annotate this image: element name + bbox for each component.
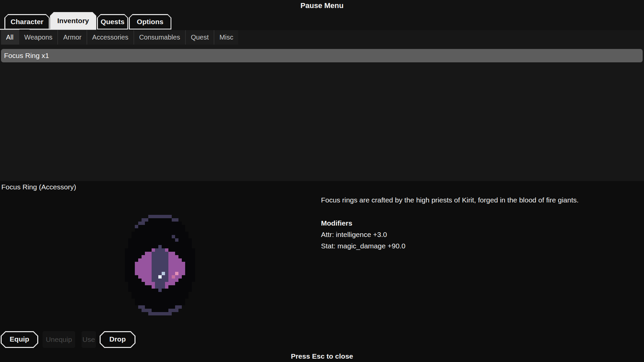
tab-options[interactable]: Options <box>129 14 171 29</box>
tab-label: Character <box>4 14 50 29</box>
button-label: Equip <box>1 331 38 348</box>
tab-label: Inventory <box>50 12 96 30</box>
subtab-consumables[interactable]: Consumables <box>134 30 185 45</box>
tab-label: Options <box>129 14 171 29</box>
equip-button[interactable]: Equip <box>1 331 38 348</box>
item-description: Focus rings are crafted by the high prie… <box>321 194 620 206</box>
modifier-stat: Stat: magic_damage +90.0 <box>321 240 620 252</box>
pause-menu-screen: Pause Menu Character Inventory Quests Op… <box>0 0 644 362</box>
subtab-armor[interactable]: Armor <box>58 30 86 45</box>
subtab-misc[interactable]: Misc <box>214 30 238 45</box>
button-label: Drop <box>100 331 136 348</box>
pause-menu-title: Pause Menu <box>0 1 644 10</box>
unequip-button-disabled: Unequip <box>43 331 75 348</box>
tab-inventory[interactable]: Inventory <box>50 12 96 30</box>
item-info-column: Focus rings are crafted by the high prie… <box>321 194 620 252</box>
item-detail-title: Focus Ring (Accessory) <box>1 183 76 191</box>
tab-label: Quests <box>97 14 128 29</box>
subtab-quest[interactable]: Quest <box>186 30 214 45</box>
category-subtabs: All Weapons Armor Accessories Consumable… <box>1 30 238 45</box>
tab-character[interactable]: Character <box>4 14 50 29</box>
modifier-attr: Attr: intelligence +3.0 <box>321 229 620 240</box>
modifiers-heading: Modifiers <box>321 218 620 229</box>
item-image <box>125 215 195 315</box>
subtab-weapons[interactable]: Weapons <box>19 30 57 45</box>
drop-button[interactable]: Drop <box>100 331 136 348</box>
use-button-disabled: Use <box>82 331 96 348</box>
escape-hint: Press Esc to close <box>0 352 644 360</box>
inventory-item-row-selected[interactable]: Focus Ring x1 <box>1 49 643 62</box>
subtab-accessories[interactable]: Accessories <box>87 30 133 45</box>
subtab-all[interactable]: All <box>1 30 18 45</box>
tab-quests[interactable]: Quests <box>97 14 128 29</box>
